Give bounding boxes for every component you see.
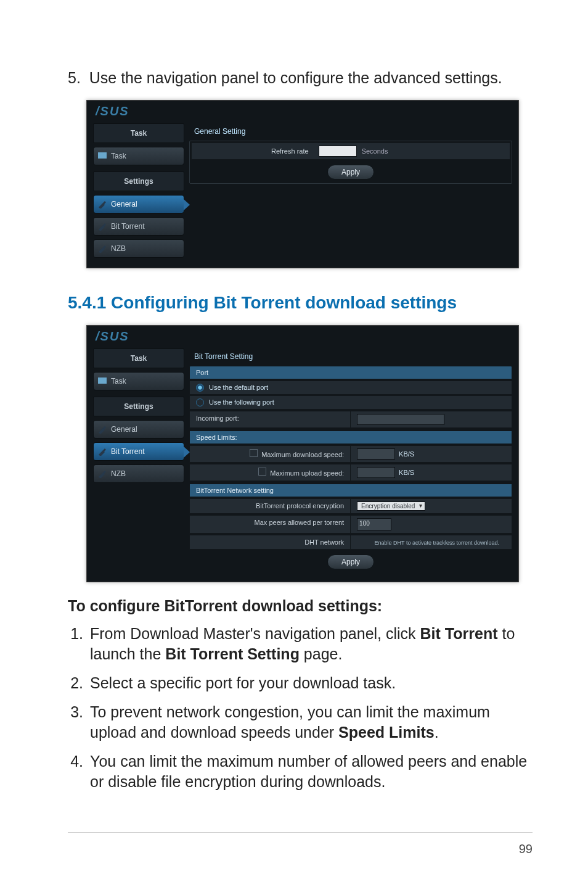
svg-rect-1 xyxy=(98,377,107,384)
step-4: You can limit the maximum number of allo… xyxy=(88,751,533,792)
hammer-icon xyxy=(97,199,107,208)
incoming-port-input[interactable] xyxy=(357,414,444,425)
encryption-select[interactable]: Encryption disabled xyxy=(357,501,425,511)
dht-label: DHT network xyxy=(190,535,351,549)
hammer-icon xyxy=(97,446,107,456)
svg-rect-0 xyxy=(98,152,107,159)
max-peers-label: Max peers allowed per torrent xyxy=(190,516,351,533)
hammer-icon xyxy=(97,243,107,253)
sidebar-head-task: Task xyxy=(93,349,184,368)
radio-default-port[interactable] xyxy=(196,384,204,392)
sidebar-head-task: Task xyxy=(93,123,184,143)
max-down-checkbox[interactable] xyxy=(250,449,258,457)
sidebar-item-task[interactable]: Task xyxy=(93,147,184,165)
radio-following-port-label: Use the following port xyxy=(209,398,274,406)
step-2: Select a specific port for your download… xyxy=(88,673,533,693)
apply-button[interactable]: Apply xyxy=(327,165,374,179)
section-heading: 5.4.1 Configuring Bit Torrent download s… xyxy=(68,293,533,313)
asus-logo: /SUS xyxy=(96,329,129,343)
refresh-rate-label: Refresh rate xyxy=(197,147,314,155)
screenshot-general-setting: /SUS Task Task Settings General Bit Torr… xyxy=(86,100,519,268)
max-up-input[interactable] xyxy=(357,467,395,478)
panel-title: General Setting xyxy=(189,123,512,141)
asus-logo: /SUS xyxy=(96,104,129,118)
task-icon xyxy=(97,151,107,160)
kbs-unit: KB/S xyxy=(399,469,414,476)
encryption-label: BitTorrent protocol encryption xyxy=(190,499,351,513)
step-1: From Download Master's navigation panel,… xyxy=(88,624,533,664)
footer-rule xyxy=(68,832,533,833)
page-number: 99 xyxy=(519,842,533,856)
procedure-heading: To configure BitTorrent download setting… xyxy=(68,597,533,615)
port-section-head: Port xyxy=(189,366,512,379)
refresh-rate-row: Refresh rate Seconds xyxy=(191,142,510,160)
sidebar-item-general[interactable]: General xyxy=(93,420,184,439)
sidebar-item-bittorrent[interactable]: Bit Torrent xyxy=(93,217,184,236)
sidebar: Task Task Settings General Bit Torrent N… xyxy=(93,123,184,258)
sidebar-item-task[interactable]: Task xyxy=(93,372,184,390)
max-peers-input[interactable]: 100 xyxy=(357,518,391,530)
hammer-icon xyxy=(97,221,107,231)
speed-section-head: Speed Limits: xyxy=(189,431,512,444)
hammer-icon xyxy=(97,468,107,478)
sidebar-head-settings: Settings xyxy=(93,171,184,191)
sidebar-item-general[interactable]: General xyxy=(93,195,184,213)
procedure-list: From Download Master's navigation panel,… xyxy=(68,624,533,792)
intro-step: 5. Use the navigation panel to configure… xyxy=(68,68,533,89)
radio-following-port[interactable] xyxy=(196,398,204,406)
screenshot-bittorrent-setting: /SUS Task Task Settings General Bit Torr… xyxy=(86,325,519,582)
kbs-unit: KB/S xyxy=(399,450,414,458)
task-icon xyxy=(97,376,107,386)
max-up-label: Maximum upload speed: xyxy=(270,469,344,477)
sidebar: Task Task Settings General Bit Torrent N… xyxy=(93,349,184,572)
max-down-label: Maximum download speed: xyxy=(261,451,344,458)
sidebar-item-nzb[interactable]: NZB xyxy=(93,239,184,258)
sidebar-head-settings: Settings xyxy=(93,397,184,416)
network-section-head: BitTorrent Network setting xyxy=(189,484,512,497)
seconds-label: Seconds xyxy=(362,147,388,155)
step-3: To prevent network congestion, you can l… xyxy=(88,702,533,743)
sidebar-item-nzb[interactable]: NZB xyxy=(93,464,184,483)
incoming-port-label: Incoming port: xyxy=(190,411,351,427)
refresh-rate-input[interactable] xyxy=(319,146,357,157)
hammer-icon xyxy=(97,424,107,434)
apply-button[interactable]: Apply xyxy=(327,555,374,569)
sidebar-item-bittorrent[interactable]: Bit Torrent xyxy=(93,442,184,461)
panel-title: Bit Torrent Setting xyxy=(189,349,512,366)
max-up-checkbox[interactable] xyxy=(258,468,266,476)
max-down-input[interactable] xyxy=(357,448,395,460)
dht-note: Enable DHT to activate trackless torrent… xyxy=(357,538,505,546)
radio-default-port-label: Use the default port xyxy=(209,384,268,391)
